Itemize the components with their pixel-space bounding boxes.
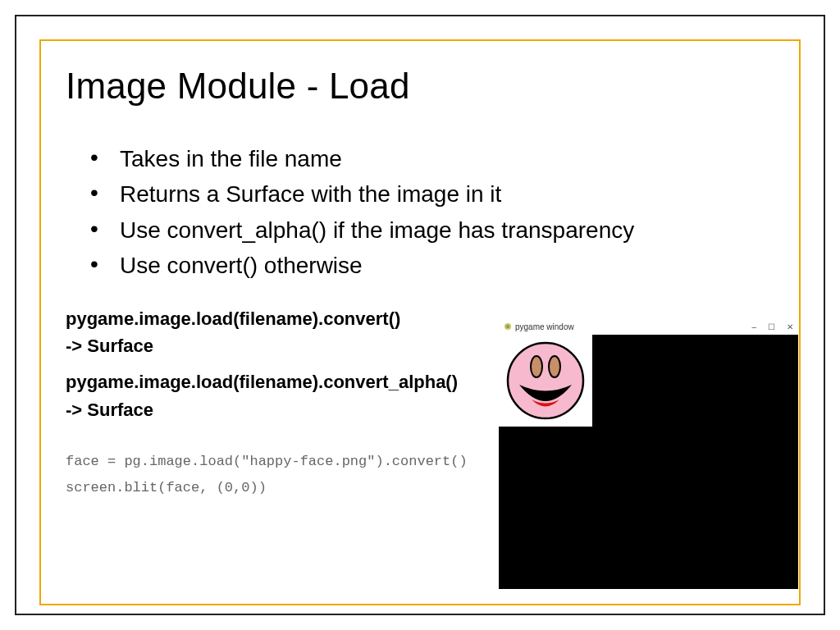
- list-item: Returns a Surface with the image in it: [90, 176, 774, 212]
- svg-point-2: [508, 343, 583, 418]
- pygame-icon: [504, 322, 512, 331]
- slide-title: Image Module - Load: [66, 66, 774, 107]
- happy-face-icon: [504, 340, 587, 422]
- svg-point-3: [531, 356, 542, 377]
- list-item: Takes in the file name: [90, 141, 774, 176]
- window-titlebar: pygame window – ☐ ✕: [499, 318, 798, 335]
- window-body: [499, 335, 798, 589]
- list-item: Use convert() otherwise: [90, 248, 774, 283]
- close-button[interactable]: ✕: [787, 322, 793, 331]
- minimize-button[interactable]: –: [751, 322, 756, 331]
- face-image: [499, 335, 592, 427]
- window-title: pygame window: [515, 322, 574, 331]
- pygame-window: pygame window – ☐ ✕: [499, 318, 798, 589]
- list-item: Use convert_alpha() if the image has tra…: [90, 212, 774, 248]
- svg-point-1: [506, 325, 509, 328]
- bullet-list: Takes in the file name Returns a Surface…: [90, 141, 774, 284]
- maximize-button[interactable]: ☐: [768, 322, 775, 331]
- svg-point-4: [549, 356, 560, 377]
